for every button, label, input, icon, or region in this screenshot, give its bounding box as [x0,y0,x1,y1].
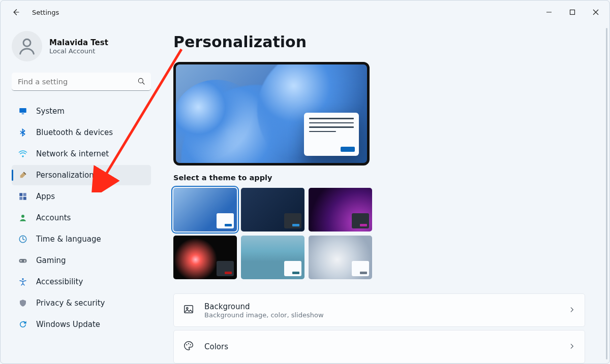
person-icon [18,213,28,223]
person-icon [17,36,37,56]
close-icon [593,9,599,15]
shield-icon [18,298,28,308]
apps-icon [18,191,28,202]
account-summary[interactable]: Malavida Test Local Account [12,31,151,61]
svg-point-21 [190,344,191,345]
theme-dark-bloom[interactable] [241,188,304,231]
svg-line-4 [142,82,144,84]
sidebar-item-system[interactable]: System [12,101,151,121]
accessibility-icon [18,277,28,287]
theme-sunrise[interactable] [241,236,304,279]
search-icon [137,77,146,88]
sidebar-item-bluetooth[interactable]: Bluetooth & devices [12,122,151,143]
sidebar-item-label: Windows Update [36,320,100,329]
theme-mini-preview [217,261,234,276]
maximize-button[interactable] [561,2,584,22]
wifi-icon [18,149,28,159]
bluetooth-icon [18,127,28,138]
user-name: Malavida Test [49,38,108,47]
theme-mini-preview [217,213,234,228]
svg-rect-6 [22,114,24,115]
sidebar-item-network[interactable]: Network & internet [12,144,151,164]
sidebar: Malavida Test Local Account System Bluet… [1,24,158,363]
svg-rect-8 [23,193,26,196]
search-box[interactable] [12,73,151,91]
sidebar-item-gaming[interactable]: Gaming [12,250,151,271]
svg-rect-10 [23,197,26,200]
picture-icon [183,304,194,317]
sidebar-item-personalization[interactable]: Personalization [12,165,151,185]
palette-icon [183,340,194,353]
monitor-icon [18,106,28,116]
svg-point-14 [24,260,25,261]
theme-light-bloom[interactable] [173,188,237,231]
svg-point-20 [188,343,189,344]
svg-rect-5 [19,108,26,113]
theme-grid [173,188,372,279]
setting-card-colors[interactable]: Colors [173,330,585,363]
theme-mini-preview [284,213,301,228]
setting-card-background[interactable]: Background Background image, color, slid… [173,293,585,327]
arrow-left-icon [11,8,20,17]
maximize-icon [569,9,575,15]
avatar [12,31,42,61]
minimize-icon [546,9,552,15]
theme-mini-preview [352,213,369,228]
close-button[interactable] [584,2,607,22]
sidebar-item-privacy[interactable]: Privacy & security [12,293,151,313]
sidebar-item-label: Bluetooth & devices [36,128,113,137]
sidebar-item-label: Accessibility [36,277,83,286]
sidebar-item-label: Gaming [36,256,66,265]
sidebar-item-label: Privacy & security [36,299,105,308]
nav-list: System Bluetooth & devices Network & int… [12,101,151,335]
svg-point-18 [187,308,188,309]
svg-rect-9 [19,197,22,200]
sidebar-item-label: Time & language [36,235,101,244]
chevron-right-icon [568,342,575,352]
preview-window [304,113,359,156]
card-title: Colors [204,342,228,351]
settings-card-list: Background Background image, color, slid… [173,293,585,363]
brush-icon [18,170,28,180]
chevron-right-icon [568,306,575,315]
sidebar-item-accounts[interactable]: Accounts [12,208,151,228]
minimize-button[interactable] [537,2,561,22]
window-controls [537,2,607,22]
scrollbar[interactable] [606,28,607,359]
svg-rect-17 [185,306,193,313]
main-content: Personalization Select a theme to apply … [158,24,609,363]
sidebar-item-apps[interactable]: Apps [12,186,151,207]
theme-captured[interactable] [173,236,237,279]
svg-point-15 [24,261,25,262]
title-bar: Settings [1,1,609,24]
page-title: Personalization [173,33,596,51]
theme-flow[interactable] [309,236,372,279]
svg-rect-7 [19,193,22,196]
sidebar-item-label: Accounts [36,213,71,222]
sidebar-item-label: Network & internet [36,149,109,158]
svg-point-11 [21,215,24,218]
game-icon [18,255,28,266]
sidebar-item-time[interactable]: Time & language [12,229,151,249]
card-title: Background [204,302,324,311]
sidebar-item-label: Personalization [36,171,94,180]
theme-mini-preview [352,261,369,276]
sidebar-item-update[interactable]: Windows Update [12,314,151,335]
back-button[interactable] [10,6,22,18]
theme-mini-preview [284,261,301,276]
user-account-type: Local Account [49,47,108,55]
svg-point-16 [22,278,23,280]
sidebar-item-label: Apps [36,192,55,201]
theme-section-label: Select a theme to apply [173,174,596,182]
update-icon [18,319,28,329]
svg-point-19 [186,344,187,345]
search-input[interactable] [12,73,151,91]
desktop-preview[interactable] [173,62,370,166]
app-title: Settings [32,9,59,16]
theme-glow[interactable] [309,188,372,231]
card-subtitle: Background image, color, slideshow [204,311,324,319]
svg-point-2 [23,39,30,46]
sidebar-item-label: System [36,107,65,116]
svg-rect-1 [570,10,575,15]
sidebar-item-accessibility[interactable]: Accessibility [12,272,151,292]
